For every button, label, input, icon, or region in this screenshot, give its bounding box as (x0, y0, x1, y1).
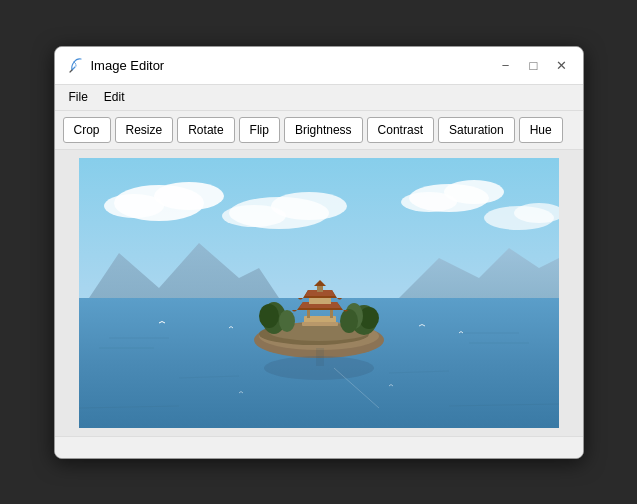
resize-button[interactable]: Resize (115, 117, 174, 143)
menu-file[interactable]: File (63, 88, 94, 106)
image-canvas (79, 158, 559, 428)
status-bar (55, 436, 583, 458)
brightness-button[interactable]: Brightness (284, 117, 363, 143)
maximize-button[interactable]: □ (525, 59, 543, 72)
saturation-button[interactable]: Saturation (438, 117, 515, 143)
crop-button[interactable]: Crop (63, 117, 111, 143)
app-icon (67, 57, 83, 73)
svg-point-31 (340, 309, 358, 333)
svg-point-30 (279, 310, 295, 332)
window-title: Image Editor (91, 58, 497, 73)
image-svg (79, 158, 559, 428)
svg-point-2 (154, 182, 224, 210)
image-editor-window: Image Editor − □ ✕ File Edit Crop Resize… (54, 46, 584, 459)
window-controls: − □ ✕ (497, 59, 571, 72)
toolbar: Crop Resize Rotate Flip Brightness Contr… (55, 111, 583, 150)
contrast-button[interactable]: Contrast (367, 117, 434, 143)
title-bar: Image Editor − □ ✕ (55, 47, 583, 85)
close-button[interactable]: ✕ (553, 59, 571, 72)
svg-point-6 (222, 205, 286, 227)
svg-point-9 (401, 192, 457, 212)
hue-button[interactable]: Hue (519, 117, 563, 143)
svg-rect-44 (316, 348, 324, 366)
flip-button[interactable]: Flip (239, 117, 280, 143)
svg-rect-33 (302, 322, 338, 326)
menu-edit[interactable]: Edit (98, 88, 131, 106)
image-area (55, 150, 583, 436)
menu-bar: File Edit (55, 85, 583, 111)
rotate-button[interactable]: Rotate (177, 117, 234, 143)
minimize-button[interactable]: − (497, 59, 515, 72)
svg-point-3 (104, 194, 164, 218)
svg-point-26 (259, 304, 279, 328)
